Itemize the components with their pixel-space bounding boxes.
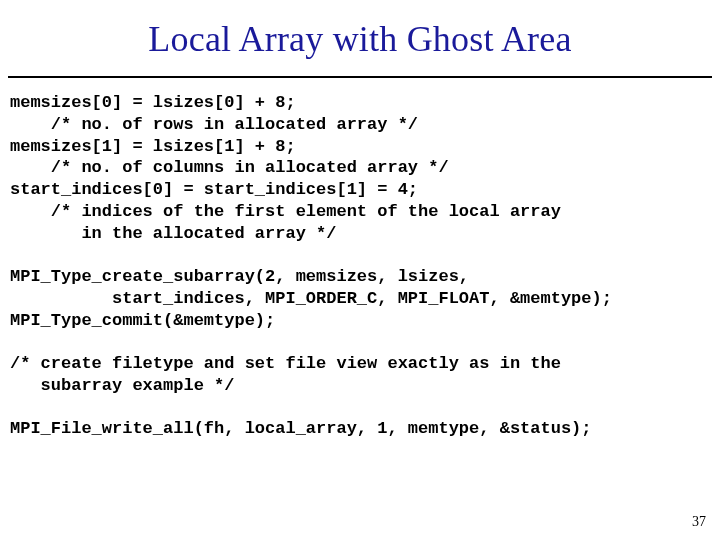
slide-title: Local Array with Ghost Area: [0, 0, 720, 60]
code-block: memsizes[0] = lsizes[0] + 8; /* no. of r…: [0, 78, 720, 440]
page-number: 37: [692, 514, 706, 530]
slide: Local Array with Ghost Area memsizes[0] …: [0, 0, 720, 540]
